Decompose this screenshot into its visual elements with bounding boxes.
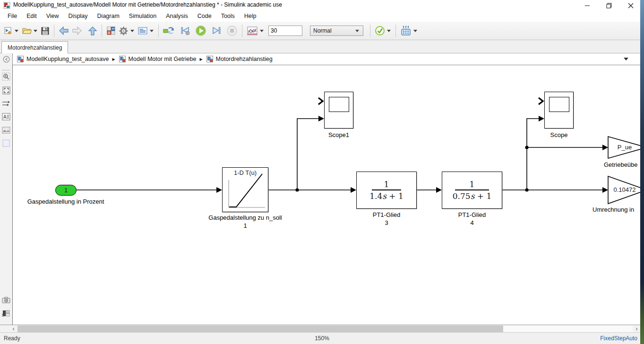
tf-denominator: 1.4s + 1 <box>369 191 404 201</box>
settings-caret[interactable] <box>130 30 134 32</box>
menu-analysis[interactable]: Analysis <box>161 11 193 21</box>
build-button[interactable] <box>399 24 413 37</box>
breadcrumb-separator-icon: ▶ <box>112 57 115 61</box>
breadcrumb-item-root[interactable]: ModellKupplung_test_autosave <box>17 55 109 63</box>
window-title: ModellKupplung_test_autosave/Modell Moto… <box>13 1 282 8</box>
menu-help[interactable]: Help <box>240 11 261 21</box>
breadcrumb-item-subsystem[interactable]: Modell Motor mit Getriebe <box>119 55 197 63</box>
arrowhead <box>436 187 442 193</box>
stop-time-input[interactable] <box>268 26 302 36</box>
inport-number: 1 <box>64 187 68 194</box>
zoom-tool-button[interactable] <box>1 72 11 81</box>
toolbar-separator <box>370 25 370 37</box>
scope-screen-icon <box>329 97 349 112</box>
simulink-window: ModellKupplung_test_autosave/Modell Moto… <box>0 0 644 344</box>
up-to-parent-button[interactable] <box>86 24 99 37</box>
run-icon <box>195 25 206 36</box>
arrowhead <box>351 187 356 193</box>
step-forward-icon <box>211 26 222 35</box>
fit-to-view-button[interactable] <box>1 86 11 95</box>
toolbar-separator <box>242 25 242 37</box>
unconnected-port-icon <box>318 98 323 104</box>
scroll-left-button[interactable]: ‹ <box>10 326 17 332</box>
scope1-block[interactable] <box>324 92 353 129</box>
breadcrumb-dropdown-caret[interactable] <box>624 58 628 60</box>
menu-file[interactable]: File <box>3 11 22 21</box>
model-advisor-caret[interactable] <box>387 30 391 32</box>
area-icon <box>2 139 10 147</box>
route-signals-button[interactable] <box>1 99 11 108</box>
unconnected-port-icon <box>539 98 543 104</box>
model-configuration-caret[interactable] <box>150 30 154 32</box>
simulation-mode-dropdown[interactable]: Normal <box>310 26 363 36</box>
gear-icon <box>119 26 129 36</box>
forward-button[interactable] <box>70 24 84 37</box>
breadcrumb-label: Motordrehzahlanstieg <box>216 56 273 62</box>
settings-button[interactable] <box>117 24 130 37</box>
breadcrumb-item-current[interactable]: Motordrehzahlanstieg <box>206 55 273 63</box>
tool-palette: A <box>0 65 12 325</box>
status-bar: Ready 150% FixedStepAuto <box>0 332 640 344</box>
breadcrumb-label: ModellKupplung_test_autosave <box>26 56 109 62</box>
simulation-data-inspector-button[interactable] <box>245 24 259 37</box>
menu-code[interactable]: Code <box>193 11 216 21</box>
model-configuration-button[interactable] <box>136 24 149 37</box>
restore-button[interactable] <box>602 1 616 10</box>
scroll-right-button[interactable]: › <box>633 326 640 332</box>
breadcrumb-back-button[interactable] <box>0 53 12 65</box>
annotation-button[interactable]: A <box>1 112 11 121</box>
new-model-caret[interactable] <box>15 30 18 32</box>
menu-edit[interactable]: Edit <box>22 11 42 21</box>
simulation-mode-caret <box>355 30 359 32</box>
open-button[interactable] <box>20 24 33 37</box>
close-button[interactable] <box>624 1 638 10</box>
status-solver[interactable]: FixedStepAuto <box>600 335 637 342</box>
transfer-fcn-block-pt1-4[interactable]: 1 0.75s + 1 <box>442 172 502 209</box>
menu-diagram[interactable]: Diagram <box>93 11 124 21</box>
transfer-fcn-block-pt1-3[interactable]: 1 1.4s + 1 <box>356 172 417 209</box>
model-advisor-button[interactable] <box>373 24 386 37</box>
scope-label: Scope <box>535 131 583 139</box>
save-button[interactable] <box>39 24 51 37</box>
arrowhead <box>539 116 544 121</box>
diagram-canvas[interactable]: 1 Gaspedalstellung in Prozent 1-D T(u) G… <box>12 65 640 325</box>
library-browser-button[interactable] <box>105 24 117 37</box>
scope-screen-icon <box>549 97 569 112</box>
menu-display[interactable]: Display <box>64 11 93 21</box>
open-caret[interactable] <box>34 30 37 32</box>
gain-pue-value[interactable]: P_ue <box>610 144 640 151</box>
step-back-button[interactable] <box>179 24 192 37</box>
step-forward-button[interactable] <box>210 24 223 37</box>
back-button[interactable] <box>57 24 70 37</box>
menu-simulation[interactable]: Simulation <box>124 11 161 21</box>
lookup-table-block[interactable]: 1-D T(u) <box>222 167 268 212</box>
scope-block[interactable] <box>544 92 574 129</box>
simulation-data-inspector-icon <box>247 26 258 36</box>
scrollbar-track[interactable] <box>17 326 633 332</box>
toolbar-separator <box>395 25 396 37</box>
simulation-data-inspector-caret[interactable] <box>260 30 264 32</box>
area-button[interactable] <box>1 138 11 148</box>
tab-label: Motordrehzahlanstieg <box>8 44 62 51</box>
back-arrow-icon <box>59 26 69 35</box>
image-icon <box>2 127 10 134</box>
menu-tools[interactable]: Tools <box>216 11 240 21</box>
screenshot-button[interactable] <box>1 295 11 305</box>
scrollbar-thumb[interactable] <box>17 326 503 332</box>
tf-numerator: 1 <box>384 180 389 189</box>
image-button[interactable] <box>1 125 11 135</box>
minimize-button[interactable] <box>580 1 594 10</box>
update-diagram-button[interactable] <box>162 24 176 37</box>
stop-button[interactable] <box>225 24 239 37</box>
menu-bar: File Edit View Display Diagram Simulatio… <box>0 10 640 22</box>
build-caret[interactable] <box>413 30 417 32</box>
inport-block[interactable]: 1 <box>55 185 77 196</box>
run-button[interactable] <box>194 24 208 37</box>
gain-umrechnung-value[interactable]: 0.10472 <box>610 186 640 193</box>
arrowhead <box>602 145 608 150</box>
branch-dot <box>525 188 528 191</box>
tab-motordrehzahlanstieg[interactable]: Motordrehzahlanstieg <box>1 41 68 53</box>
new-model-button[interactable] <box>2 24 14 37</box>
menu-view[interactable]: View <box>42 11 64 21</box>
palette-expand-button[interactable]: » <box>1 310 5 318</box>
